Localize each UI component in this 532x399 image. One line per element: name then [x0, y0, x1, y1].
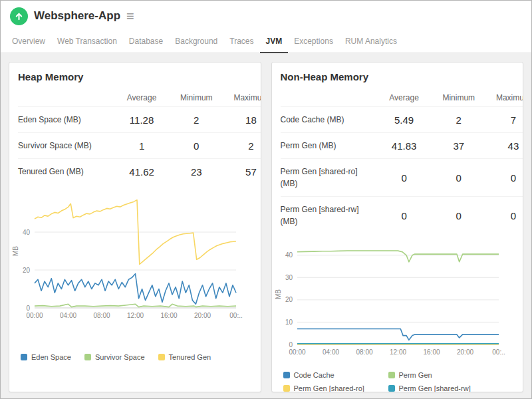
row-minimum-value: 0: [432, 159, 486, 197]
legend-label: Eden Space: [31, 353, 71, 361]
svg-text:40: 40: [23, 229, 31, 236]
stats-row-tenured-gen: Tenured Gen (MB) 41.62 23 57: [18, 159, 261, 185]
legend-item-tenured-gen[interactable]: Tenured Gen: [158, 353, 211, 361]
legend-item-perm-gen-shared-ro[interactable]: Perm Gen [shared-ro]: [283, 384, 388, 392]
non-heap-memory-chart-svg[interactable]: 010203040MB00:0004:0008:0012:0016:0020:0…: [273, 239, 508, 356]
legend-swatch: [158, 354, 165, 360]
row-maximum-value: 2: [223, 133, 261, 159]
row-label: Code Cache (MB): [281, 107, 377, 133]
stats-header-spacer: [281, 88, 377, 107]
non-heap-stats-table: Average Minimum Maximum Code Cache (MB) …: [281, 88, 524, 234]
app-window: Websphere-App ≡ Overview Web Transaction…: [0, 0, 532, 399]
row-maximum-value: 7: [486, 107, 523, 133]
svg-text:12:00: 12:00: [389, 348, 406, 356]
svg-text:16:00: 16:00: [423, 348, 440, 356]
legend-label: Tenured Gen: [169, 353, 211, 361]
svg-text:20: 20: [23, 267, 31, 274]
app-header: Websphere-App ≡: [1, 1, 531, 31]
tab-traces[interactable]: Traces: [223, 31, 259, 53]
svg-text:20:00: 20:00: [456, 348, 473, 356]
non-heap-chart-legend: Code CachePerm GenPerm Gen [shared-ro]Pe…: [272, 368, 523, 392]
svg-text:20: 20: [285, 296, 293, 303]
row-minimum-value: 0: [432, 197, 486, 235]
tab-overview[interactable]: Overview: [6, 31, 51, 53]
row-label: Perm Gen (MB): [281, 133, 377, 159]
legend-item-survivor-space[interactable]: Survivor Space: [84, 353, 145, 361]
row-label: Eden Space (MB): [18, 107, 114, 133]
svg-text:12:00: 12:00: [127, 312, 144, 319]
row-minimum-value: 23: [169, 159, 223, 185]
row-label: Tenured Gen (MB): [18, 159, 114, 185]
legend-swatch: [283, 385, 290, 392]
row-maximum-value: 43: [486, 133, 523, 159]
panel-title-non-heap: Non-Heap Memory: [272, 71, 523, 88]
row-minimum-value: 2: [169, 107, 223, 133]
legend-item-perm-gen-shared-rw[interactable]: Perm Gen [shared-rw]: [388, 384, 493, 392]
tab-jvm[interactable]: JVM: [260, 31, 289, 53]
tab-background[interactable]: Background: [169, 31, 223, 53]
legend-item-perm-gen[interactable]: Perm Gen: [388, 371, 493, 379]
svg-text:40: 40: [285, 251, 293, 259]
stats-row-eden-space: Eden Space (MB) 11.28 2 18: [18, 107, 261, 133]
svg-text:0: 0: [26, 305, 30, 312]
stats-row-code-cache: Code Cache (MB) 5.49 2 7: [281, 107, 524, 133]
row-average-value: 41.83: [377, 133, 432, 159]
row-average-value: 11.28: [114, 107, 169, 133]
row-maximum-value: 18: [223, 107, 261, 133]
col-header-average: Average: [114, 88, 169, 107]
col-header-minimum: Minimum: [169, 88, 223, 107]
stats-header-spacer: [18, 88, 114, 107]
row-maximum-value: 0: [486, 159, 523, 197]
menu-icon[interactable]: ≡: [126, 9, 134, 23]
svg-text:MB: MB: [12, 246, 19, 256]
svg-text:MB: MB: [275, 289, 282, 299]
app-title: Websphere-App: [34, 9, 120, 23]
svg-text:30: 30: [285, 274, 293, 281]
heap-memory-chart-svg[interactable]: 02040MB00:0004:0008:0012:0016:0020:0000:…: [11, 190, 245, 320]
row-maximum-value: 57: [223, 159, 261, 185]
svg-text:04:00: 04:00: [60, 312, 76, 319]
svg-text:00:..: 00:..: [492, 348, 505, 356]
svg-text:00:..: 00:..: [229, 312, 242, 319]
row-maximum-value: 0: [486, 197, 523, 235]
stats-row-perm-gen: Perm Gen (MB) 41.83 37 43: [281, 133, 524, 159]
arrow-up-icon: [15, 12, 23, 21]
heap-memory-chart[interactable]: 02040MB00:0004:0008:0012:0016:0020:0000:…: [9, 184, 261, 323]
svg-text:00:00: 00:00: [289, 348, 305, 356]
heap-stats-table: Average Minimum Maximum Eden Space (MB) …: [18, 88, 261, 184]
non-heap-memory-chart[interactable]: 010203040MB00:0004:0008:0012:0016:0020:0…: [272, 234, 523, 359]
svg-text:04:00: 04:00: [322, 348, 338, 356]
panel-non-heap-memory: Non-Heap Memory Average Minimum Maximum …: [271, 62, 524, 392]
col-header-maximum: Maximum: [223, 88, 261, 107]
legend-label: Perm Gen: [399, 371, 432, 379]
tab-web-transaction[interactable]: Web Transaction: [51, 31, 123, 53]
jvm-dashboard: Heap Memory Average Minimum Maximum Eden…: [1, 53, 531, 399]
legend-swatch: [21, 354, 27, 360]
panel-title-heap: Heap Memory: [9, 71, 261, 88]
svg-text:08:00: 08:00: [356, 348, 372, 356]
legend-item-eden-space[interactable]: Eden Space: [21, 353, 71, 361]
legend-label: Survivor Space: [95, 353, 145, 361]
svg-text:16:00: 16:00: [160, 312, 177, 319]
legend-swatch: [283, 372, 290, 378]
col-header-minimum: Minimum: [432, 88, 486, 107]
row-label: Perm Gen [shared-ro] (MB): [281, 159, 377, 197]
svg-text:20:00: 20:00: [194, 312, 211, 319]
tab-exceptions[interactable]: Exceptions: [288, 31, 339, 53]
tab-bar: Overview Web Transaction Database Backgr…: [1, 31, 531, 53]
legend-label: Perm Gen [shared-rw]: [399, 384, 471, 392]
row-minimum-value: 37: [432, 133, 486, 159]
row-average-value: 1: [114, 133, 169, 159]
stats-header-row: Average Minimum Maximum: [18, 88, 261, 107]
svg-text:00:00: 00:00: [26, 312, 43, 319]
legend-label: Perm Gen [shared-ro]: [294, 384, 364, 392]
col-header-maximum: Maximum: [486, 88, 523, 107]
tab-rum-analytics[interactable]: RUM Analytics: [339, 31, 403, 53]
app-status-icon: [10, 7, 28, 25]
legend-swatch: [388, 372, 395, 378]
row-minimum-value: 2: [432, 107, 486, 133]
legend-item-code-cache[interactable]: Code Cache: [283, 371, 388, 379]
legend-swatch: [388, 385, 395, 392]
tab-database[interactable]: Database: [123, 31, 169, 53]
stats-row-survivor-space: Survivor Space (MB) 1 0 2: [18, 133, 261, 159]
